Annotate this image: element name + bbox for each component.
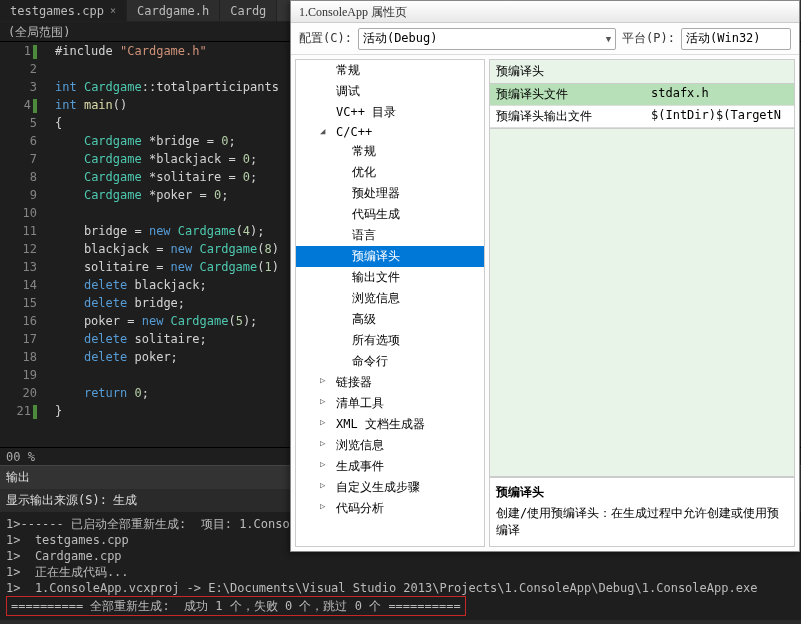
tree-item[interactable]: 高级 — [296, 309, 484, 330]
tab-cardg[interactable]: Cardg — [220, 0, 277, 21]
property-table[interactable]: 预编译头 预编译头文件stdafx.h预编译头输出文件$(IntDir)$(Ta… — [489, 59, 795, 129]
tree-item[interactable]: ◢C/C++ — [296, 123, 484, 141]
tree-item[interactable]: ▷代码分析 — [296, 498, 484, 519]
tab-label: Cardg — [230, 4, 266, 18]
prop-group-header: 预编译头 — [490, 60, 794, 84]
property-pages-dialog: 1.ConsoleApp 属性页 配置(C): 活动(Debug) ▼ 平台(P… — [290, 0, 800, 552]
tree-item[interactable]: 浏览信息 — [296, 288, 484, 309]
dialog-toolbar: 配置(C): 活动(Debug) ▼ 平台(P): 活动(Win32) — [291, 23, 799, 55]
tree-item[interactable]: 输出文件 — [296, 267, 484, 288]
table-row[interactable]: 预编译头输出文件$(IntDir)$(TargetN — [490, 106, 794, 128]
tree-item[interactable]: 预处理器 — [296, 183, 484, 204]
config-label: 配置(C): — [299, 30, 352, 47]
tab-label: Cardgame.h — [137, 4, 209, 18]
tree-item[interactable]: ▷清单工具 — [296, 393, 484, 414]
tab-cardgame-h[interactable]: Cardgame.h — [127, 0, 220, 21]
tree-item[interactable]: 常规 — [296, 60, 484, 81]
tree-item[interactable]: ▷XML 文档生成器 — [296, 414, 484, 435]
tree-item[interactable]: ▷链接器 — [296, 372, 484, 393]
tree-item[interactable]: 调试 — [296, 81, 484, 102]
tree-item[interactable]: ▷自定义生成步骤 — [296, 477, 484, 498]
config-combo[interactable]: 活动(Debug) ▼ — [358, 28, 616, 50]
table-row[interactable]: 预编译头文件stdafx.h — [490, 84, 794, 106]
tree-item[interactable]: 预编译头 — [296, 246, 484, 267]
property-blank — [489, 129, 795, 477]
property-pane: 预编译头 预编译头文件stdafx.h预编译头输出文件$(IntDir)$(Ta… — [489, 59, 795, 547]
tree-item[interactable]: ▷生成事件 — [296, 456, 484, 477]
dialog-title: 1.ConsoleApp 属性页 — [291, 1, 799, 23]
output-source-label: 显示输出来源(S): — [6, 492, 107, 509]
platform-combo[interactable]: 活动(Win32) — [681, 28, 791, 50]
tree-item[interactable]: ▷浏览信息 — [296, 435, 484, 456]
tree-item[interactable]: 优化 — [296, 162, 484, 183]
tree-item[interactable]: 代码生成 — [296, 204, 484, 225]
chevron-down-icon: ▼ — [606, 34, 611, 44]
property-description: 预编译头 创建/使用预编译头：在生成过程中允许创建或使用预编译 — [489, 477, 795, 547]
tree-item[interactable]: 语言 — [296, 225, 484, 246]
tab-label: testgames.cpp — [10, 4, 104, 18]
tab-testgames[interactable]: testgames.cpp × — [0, 0, 127, 21]
tree-item[interactable]: 所有选项 — [296, 330, 484, 351]
config-value: 活动(Debug) — [363, 30, 438, 47]
tree-item[interactable]: 命令行 — [296, 351, 484, 372]
tree-item[interactable]: VC++ 目录 — [296, 102, 484, 123]
platform-value: 活动(Win32) — [686, 30, 761, 47]
desc-text: 创建/使用预编译头：在生成过程中允许创建或使用预编译 — [496, 506, 779, 537]
output-source-value[interactable]: 生成 — [113, 492, 137, 509]
category-tree[interactable]: 常规调试VC++ 目录◢C/C++常规优化预处理器代码生成语言预编译头输出文件浏… — [295, 59, 485, 547]
platform-label: 平台(P): — [622, 30, 675, 47]
desc-title: 预编译头 — [496, 484, 788, 501]
tree-item[interactable]: 常规 — [296, 141, 484, 162]
close-icon[interactable]: × — [110, 5, 116, 16]
line-gutter: 123456789101112131415161718192021 — [0, 42, 45, 447]
